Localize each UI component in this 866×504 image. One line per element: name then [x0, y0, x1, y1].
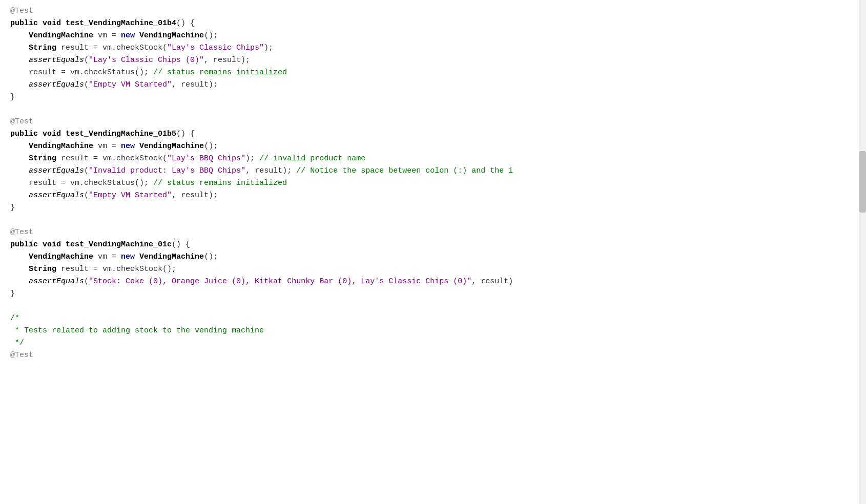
line-assert-5: assertEquals("Stock: Coke (0), Orange Ju…	[10, 276, 866, 288]
line-vm-init: VendingMachine vm = new VendingMachine()…	[10, 30, 866, 42]
line-string-result-3: String result = vm.checkStock();	[10, 263, 866, 276]
scrollbar[interactable]	[859, 0, 866, 504]
line-comment-end: */	[10, 337, 866, 349]
line-method-sig: public void test_VendingMachine_01b4() {	[10, 17, 866, 30]
line-string-result-1: String result = vm.checkStock("Lay's Cla…	[10, 42, 866, 54]
line-string-result-2: String result = vm.checkStock("Lay's BBQ…	[10, 153, 866, 165]
scrollbar-thumb[interactable]	[859, 151, 866, 213]
line-assert-2: assertEquals("Empty VM Started", result)…	[10, 79, 866, 91]
code-block-01b4: @Test public void test_VendingMachine_01…	[10, 5, 866, 103]
line-assert-1: assertEquals("Lay's Classic Chips (0)", …	[10, 54, 866, 67]
line-assert-3: assertEquals("Invalid product: Lay's BBQ…	[10, 165, 866, 177]
line-vm-init-3: VendingMachine vm = new VendingMachine()…	[10, 251, 866, 263]
line-comment-start: /*	[10, 312, 866, 325]
code-block-01b5: @Test public void test_VendingMachine_01…	[10, 116, 866, 214]
line-annotation-4: @Test	[10, 349, 866, 362]
line-close-2: }	[10, 202, 866, 214]
line-method-sig-3: public void test_VendingMachine_01c() {	[10, 239, 866, 251]
code-block-comment: /* * Tests related to adding stock to th…	[10, 312, 866, 362]
line-method-sig-2: public void test_VendingMachine_01b5() {	[10, 128, 866, 140]
line-annotation-3: @Test	[10, 226, 866, 239]
line-comment-body: * Tests related to adding stock to the v…	[10, 325, 866, 337]
code-block-01c: @Test public void test_VendingMachine_01…	[10, 226, 866, 300]
line-result-2: result = vm.checkStatus(); // status rem…	[10, 67, 866, 79]
line-annotation-2: @Test	[10, 116, 866, 128]
line-result-3: result = vm.checkStatus(); // status rem…	[10, 177, 866, 190]
code-editor: @Test public void test_VendingMachine_01…	[0, 0, 866, 504]
line-assert-4: assertEquals("Empty VM Started", result)…	[10, 190, 866, 202]
line-close-1: }	[10, 91, 866, 103]
line-annotation: @Test	[10, 5, 866, 17]
line-vm-init-2: VendingMachine vm = new VendingMachine()…	[10, 140, 866, 153]
line-close-3: }	[10, 288, 866, 300]
